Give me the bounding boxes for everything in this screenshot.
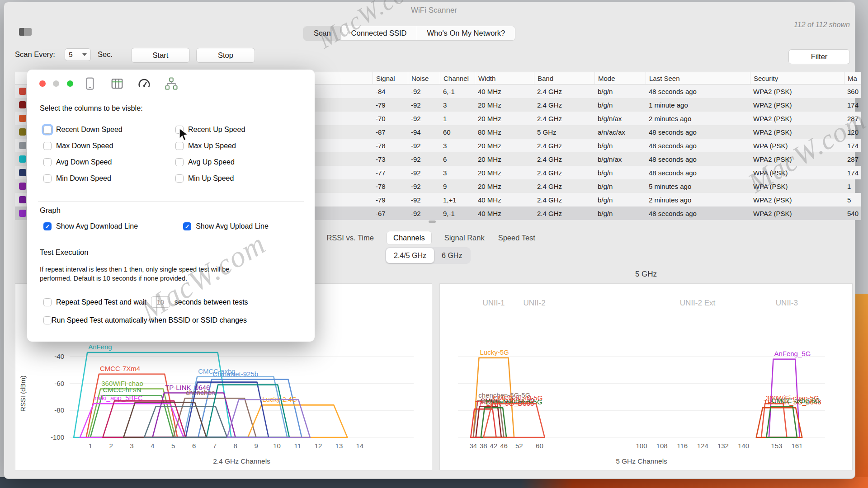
checkbox-recent-down-speed[interactable]: Recent Down Speed [43, 126, 175, 134]
columns-icon[interactable] [110, 77, 124, 90]
cell-mode: b/g/n [594, 206, 646, 220]
cell-last_seen: 48 seconds ago [646, 84, 750, 98]
scan-every-label: Scan Every: [15, 50, 55, 59]
svg-text:6: 6 [192, 442, 196, 450]
checkbox-box[interactable] [175, 174, 184, 183]
cell-signal: -73 [373, 152, 408, 166]
segment-scan[interactable]: Scan [304, 26, 341, 40]
tab-channels[interactable]: Channels [387, 231, 432, 245]
network-signal-shape[interactable] [476, 406, 501, 437]
mouse-cursor [178, 127, 189, 142]
checkbox-box[interactable] [43, 158, 52, 166]
svg-text:10: 10 [273, 442, 281, 450]
column-header-last-seen[interactable]: Last Seen [646, 72, 750, 84]
svg-text:161: 161 [791, 442, 802, 450]
checkbox-max-down-speed[interactable]: Max Down Speed [43, 142, 175, 150]
checkbox-min-down-speed[interactable]: Min Down Speed [43, 174, 175, 183]
checkbox-box[interactable] [175, 142, 184, 150]
checkbox-box[interactable]: ✓ [43, 222, 52, 230]
checkbox-box[interactable] [43, 126, 52, 134]
network-signal-shape[interactable] [761, 404, 787, 437]
svg-text:8: 8 [234, 442, 237, 450]
column-header-band[interactable]: Band [534, 72, 594, 84]
network-color-chip [19, 196, 26, 203]
column-header-noise[interactable]: Noise [408, 72, 440, 84]
cell-mode: b/g/n [594, 84, 646, 98]
checkbox-box[interactable] [43, 142, 52, 150]
cell-channel: 3 [440, 166, 475, 179]
cell-max: 174 [844, 166, 861, 179]
network-icon[interactable] [165, 77, 178, 90]
svg-text:46: 46 [500, 442, 508, 450]
chip-cell [15, 179, 27, 193]
run-automatically-checkbox[interactable] [43, 316, 52, 324]
cell-band: 2.4 GHz [534, 193, 594, 206]
cell-noise: -92 [408, 152, 440, 166]
column-header-width[interactable]: Width [475, 72, 534, 84]
tab-rssi-vs-time[interactable]: RSSI vs. Time [326, 231, 375, 244]
cell-channel: 3 [440, 139, 475, 152]
checkbox-min-up-speed[interactable]: Min Up Speed [175, 174, 294, 183]
speedtest-icon[interactable] [137, 77, 151, 90]
filter-button[interactable]: Filter [788, 49, 850, 64]
cell-max: 287 [844, 152, 861, 166]
cell-signal: -78 [373, 139, 408, 152]
start-button[interactable]: Start [131, 48, 190, 63]
column-header-security[interactable]: Security [750, 72, 844, 84]
segment-connected-ssid[interactable]: Connected SSID [341, 26, 417, 40]
chip-cell [15, 98, 27, 112]
svg-text:3: 3 [130, 442, 133, 450]
column-header-ma[interactable]: Ma [844, 72, 861, 84]
column-header-mode[interactable]: Mode [594, 72, 646, 84]
x-axis-label: 5 GHz Channels [616, 457, 667, 465]
checkbox-avg-up-speed[interactable]: Avg Up Speed [175, 158, 294, 166]
popover-minimize-icon[interactable] [53, 80, 59, 87]
sidebar-toggle-icon[interactable] [19, 28, 32, 36]
segment-who-s-on-my-network-[interactable]: Who's On My Network? [417, 26, 515, 40]
interval-select[interactable]: 5 [65, 48, 91, 61]
network-signal-shape[interactable] [198, 380, 302, 437]
chart-canvas: UNII-1UNII-2UNII-2 ExtUNII-3Lucky-5Gchen… [440, 284, 852, 470]
network-color-chip [19, 155, 26, 163]
repeat-interval-input[interactable] [151, 296, 170, 308]
network-signal-shape[interactable] [766, 406, 797, 437]
popover-close-icon[interactable] [39, 80, 46, 87]
band-label: UNII-1 [482, 299, 505, 307]
checkbox-box[interactable] [43, 174, 52, 183]
cell-width: 20 MHz [475, 179, 534, 193]
checkbox-label: Recent Down Speed [56, 126, 123, 134]
svg-text:9: 9 [254, 442, 258, 450]
cell-signal: -79 [373, 98, 408, 112]
checkbox-max-up-speed[interactable]: Max Up Speed [175, 142, 294, 150]
device-icon[interactable] [83, 77, 97, 90]
cell-security: WPA (PSK) [750, 139, 844, 152]
checkbox-show-avg-upload-line[interactable]: ✓Show Avg Upload Line [183, 222, 269, 230]
popover-zoom-icon[interactable] [67, 80, 73, 87]
band-option-2-4-5-ghz[interactable]: 2.4/5 GHz [386, 248, 434, 263]
cell-last_seen: 48 seconds ago [646, 152, 750, 166]
repeat-speed-test-checkbox[interactable] [43, 298, 52, 306]
cell-band: 5 GHz [534, 125, 594, 139]
tab-speed-test[interactable]: Speed Test [497, 231, 536, 244]
checkbox-box[interactable] [175, 158, 184, 166]
column-header-channel[interactable]: Channel [440, 72, 475, 84]
sec-label: Sec. [98, 50, 113, 59]
checkbox-box[interactable]: ✓ [183, 222, 191, 230]
band-option-6-ghz[interactable]: 6 GHz [434, 248, 470, 263]
cell-mode: b/g/n/ax [594, 152, 646, 166]
svg-text:11: 11 [294, 442, 301, 450]
cell-signal: -87 [373, 125, 408, 139]
checkbox-recent-up-speed[interactable]: Recent Up Speed [175, 126, 294, 134]
svg-text:42: 42 [490, 442, 498, 450]
chip-cell [15, 193, 27, 206]
cell-security: WPA2 (PSK) [750, 84, 844, 98]
column-header-signal[interactable]: Signal [373, 72, 408, 84]
scroll-indicator[interactable] [429, 221, 436, 223]
network-signal-shape[interactable] [173, 398, 256, 437]
stop-button[interactable]: Stop [196, 48, 255, 63]
tab-signal-rank[interactable]: Signal Rank [443, 231, 486, 244]
checkbox-avg-down-speed[interactable]: Avg Down Speed [43, 158, 175, 166]
cell-band: 2.4 GHz [534, 98, 594, 112]
cell-last_seen: 48 seconds ago [646, 206, 750, 220]
checkbox-show-avg-download-line[interactable]: ✓Show Avg Download Line [43, 222, 138, 230]
